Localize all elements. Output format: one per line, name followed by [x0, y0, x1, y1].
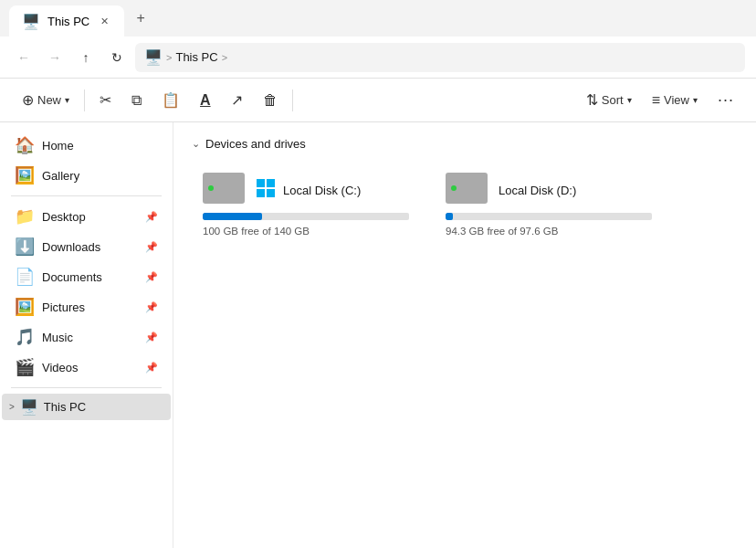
windows-logo — [256, 178, 276, 203]
pin-icon-videos: 📌 — [145, 362, 158, 374]
new-chevron: ▾ — [65, 95, 69, 105]
pin-icon-downloads: 📌 — [145, 241, 158, 253]
svg-rect-2 — [257, 189, 265, 197]
toolbar-sep1 — [84, 90, 85, 111]
active-tab[interactable]: 🖥️ This PC ✕ — [9, 5, 124, 37]
sidebar-item-pictures[interactable]: 🖼️ Pictures 📌 — [4, 292, 169, 321]
copy-button[interactable]: ⧉ — [122, 85, 151, 116]
sidebar-downloads-label: Downloads — [42, 240, 138, 254]
sidebar-divider1 — [11, 195, 162, 196]
pin-icon-desktop: 📌 — [145, 211, 158, 223]
rename-button[interactable]: A — [191, 85, 220, 116]
breadcrumb-sep2: > — [222, 52, 227, 63]
share-button[interactable]: ↗ — [222, 85, 252, 116]
drive-d-name: Local Disk (D:) — [499, 184, 576, 197]
delete-button[interactable]: 🗑 — [254, 85, 287, 116]
sidebar-item-desktop[interactable]: 📁 Desktop 📌 — [4, 202, 169, 231]
pin-icon-music: 📌 — [145, 332, 158, 343]
view-icon: ≡ — [652, 92, 660, 109]
sidebar-desktop-label: Desktop — [42, 210, 138, 224]
drive-c-name: Local Disk (C:) — [283, 184, 361, 197]
sort-icon: ⇅ — [586, 91, 598, 109]
drive-c-label-wrap: Local Disk (C:) — [256, 178, 361, 203]
tab-close-button[interactable]: ✕ — [97, 14, 111, 28]
home-icon: 🏠 — [15, 135, 35, 155]
pin-icon-documents: 📌 — [145, 271, 158, 283]
tab-label: This PC — [47, 15, 89, 28]
rename-icon: A — [200, 92, 211, 109]
sort-label: Sort — [602, 93, 624, 107]
title-bar: 🖥️ This PC ✕ + — [0, 0, 756, 37]
drive-c[interactable]: Local Disk (C:) 100 GB free of 140 GB — [192, 163, 420, 246]
drive-d-label-wrap: Local Disk (D:) — [499, 184, 576, 197]
sidebar-item-gallery[interactable]: 🖼️ Gallery — [4, 161, 169, 190]
thispc-label: This PC — [44, 400, 86, 414]
up-button[interactable]: ↑ — [73, 45, 99, 70]
sidebar-item-thispc[interactable]: > 🖥️ This PC — [2, 394, 171, 420]
drive-c-progress-fill — [203, 213, 262, 220]
sort-button[interactable]: ⇅ Sort ▾ — [577, 85, 641, 116]
sidebar-documents-label: Documents — [42, 270, 138, 284]
section-label: Devices and drives — [205, 137, 306, 151]
main-layout: 🏠 Home 🖼️ Gallery 📁 Desktop 📌 ⬇️ Downloa… — [0, 122, 756, 548]
tab-icon: 🖥️ — [22, 13, 40, 30]
drive-d-label-row: Local Disk (D:) — [499, 184, 576, 197]
sidebar-videos-label: Videos — [42, 361, 138, 374]
desktop-icon: 📁 — [15, 206, 35, 227]
more-button[interactable]: ··· — [709, 85, 743, 116]
drive-c-label-row: Local Disk (C:) — [256, 178, 361, 203]
section-chevron[interactable]: ⌄ — [192, 138, 200, 150]
refresh-button[interactable]: ↻ — [104, 45, 130, 70]
new-button[interactable]: ⊕ New ▾ — [13, 85, 79, 116]
sidebar-item-downloads[interactable]: ⬇️ Downloads 📌 — [4, 232, 169, 261]
sidebar-item-music[interactable]: 🎵 Music 📌 — [4, 322, 169, 352]
view-chevron: ▾ — [693, 95, 698, 105]
breadcrumb[interactable]: 🖥️ > This PC > — [135, 43, 745, 72]
toolbar-sep2 — [292, 90, 293, 111]
drive-c-top: Local Disk (C:) — [203, 173, 409, 207]
content-area: ⌄ Devices and drives — [173, 122, 756, 548]
music-icon: 🎵 — [15, 327, 35, 347]
view-label: View — [664, 93, 689, 107]
sidebar-item-videos[interactable]: 🎬 Videos 📌 — [4, 353, 169, 382]
svg-rect-1 — [267, 179, 275, 187]
svg-rect-3 — [267, 189, 275, 197]
new-tab-button[interactable]: + — [128, 5, 153, 31]
sidebar: 🏠 Home 🖼️ Gallery 📁 Desktop 📌 ⬇️ Downloa… — [0, 122, 173, 548]
downloads-icon: ⬇️ — [15, 237, 35, 257]
forward-button[interactable]: → — [42, 45, 68, 70]
sidebar-item-home[interactable]: 🏠 Home — [4, 131, 169, 160]
drive-d-progress-fill — [446, 213, 453, 220]
drive-d-info: 94.3 GB free of 97.6 GB — [446, 226, 652, 237]
drive-c-info: 100 GB free of 140 GB — [203, 226, 409, 237]
drive-c-icon — [203, 173, 247, 207]
drive-d-top: Local Disk (D:) — [446, 173, 652, 207]
gallery-icon: 🖼️ — [15, 165, 35, 185]
breadcrumb-location: This PC — [175, 50, 217, 64]
sidebar-divider2 — [11, 387, 162, 388]
drive-c-progress-wrap — [203, 213, 409, 220]
videos-icon: 🎬 — [15, 357, 35, 377]
drive-d-progress-wrap — [446, 213, 652, 220]
sidebar-gallery-label: Gallery — [42, 169, 158, 183]
sort-chevron: ▾ — [627, 95, 632, 105]
drive-d[interactable]: Local Disk (D:) 94.3 GB free of 97.6 GB — [435, 163, 663, 246]
pictures-icon: 🖼️ — [15, 297, 35, 317]
new-icon: ⊕ — [22, 91, 34, 109]
new-label: New — [37, 93, 61, 107]
thispc-icon: 🖥️ — [20, 398, 38, 416]
svg-rect-0 — [257, 179, 265, 187]
cut-button[interactable]: ✂ — [90, 85, 121, 116]
toolbar: ⊕ New ▾ ✂ ⧉ 📋 A ↗ 🗑 ⇅ Sort ▾ ≡ View ▾ ··… — [0, 79, 756, 122]
section-header: ⌄ Devices and drives — [192, 137, 738, 151]
sidebar-item-documents[interactable]: 📄 Documents 📌 — [4, 262, 169, 291]
copy-icon: ⧉ — [131, 92, 142, 109]
drive-d-icon — [446, 173, 489, 207]
paste-button[interactable]: 📋 — [152, 85, 189, 116]
back-button[interactable]: ← — [11, 45, 37, 70]
view-button[interactable]: ≡ View ▾ — [643, 85, 707, 116]
drives-grid: Local Disk (C:) 100 GB free of 140 GB — [192, 163, 738, 246]
sidebar-home-label: Home — [42, 139, 158, 153]
sidebar-pictures-label: Pictures — [42, 300, 138, 314]
thispc-expand-arrow: > — [9, 402, 15, 412]
